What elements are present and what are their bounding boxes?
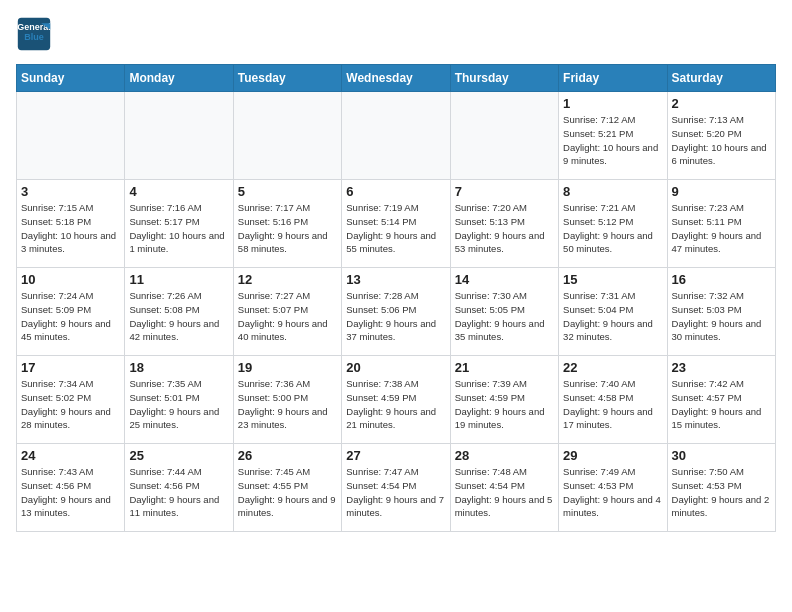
calendar-cell: 18Sunrise: 7:35 AM Sunset: 5:01 PM Dayli… xyxy=(125,356,233,444)
day-number: 27 xyxy=(346,448,445,463)
day-info: Sunrise: 7:17 AM Sunset: 5:16 PM Dayligh… xyxy=(238,201,337,256)
day-number: 19 xyxy=(238,360,337,375)
day-info: Sunrise: 7:48 AM Sunset: 4:54 PM Dayligh… xyxy=(455,465,554,520)
week-row-4: 17Sunrise: 7:34 AM Sunset: 5:02 PM Dayli… xyxy=(17,356,776,444)
calendar-cell: 19Sunrise: 7:36 AM Sunset: 5:00 PM Dayli… xyxy=(233,356,341,444)
calendar-table: SundayMondayTuesdayWednesdayThursdayFrid… xyxy=(16,64,776,532)
calendar-cell: 16Sunrise: 7:32 AM Sunset: 5:03 PM Dayli… xyxy=(667,268,775,356)
day-number: 13 xyxy=(346,272,445,287)
day-info: Sunrise: 7:12 AM Sunset: 5:21 PM Dayligh… xyxy=(563,113,662,168)
logo-icon: General Blue xyxy=(16,16,52,52)
day-info: Sunrise: 7:28 AM Sunset: 5:06 PM Dayligh… xyxy=(346,289,445,344)
day-number: 11 xyxy=(129,272,228,287)
day-info: Sunrise: 7:42 AM Sunset: 4:57 PM Dayligh… xyxy=(672,377,771,432)
calendar-cell: 4Sunrise: 7:16 AM Sunset: 5:17 PM Daylig… xyxy=(125,180,233,268)
day-number: 8 xyxy=(563,184,662,199)
day-number: 30 xyxy=(672,448,771,463)
day-number: 10 xyxy=(21,272,120,287)
day-info: Sunrise: 7:30 AM Sunset: 5:05 PM Dayligh… xyxy=(455,289,554,344)
day-number: 3 xyxy=(21,184,120,199)
calendar-cell xyxy=(342,92,450,180)
day-info: Sunrise: 7:31 AM Sunset: 5:04 PM Dayligh… xyxy=(563,289,662,344)
calendar-cell: 13Sunrise: 7:28 AM Sunset: 5:06 PM Dayli… xyxy=(342,268,450,356)
svg-text:Blue: Blue xyxy=(24,32,44,42)
day-info: Sunrise: 7:20 AM Sunset: 5:13 PM Dayligh… xyxy=(455,201,554,256)
day-info: Sunrise: 7:44 AM Sunset: 4:56 PM Dayligh… xyxy=(129,465,228,520)
weekday-header-monday: Monday xyxy=(125,65,233,92)
day-info: Sunrise: 7:34 AM Sunset: 5:02 PM Dayligh… xyxy=(21,377,120,432)
day-info: Sunrise: 7:21 AM Sunset: 5:12 PM Dayligh… xyxy=(563,201,662,256)
day-number: 14 xyxy=(455,272,554,287)
calendar-cell: 10Sunrise: 7:24 AM Sunset: 5:09 PM Dayli… xyxy=(17,268,125,356)
day-info: Sunrise: 7:24 AM Sunset: 5:09 PM Dayligh… xyxy=(21,289,120,344)
day-number: 15 xyxy=(563,272,662,287)
calendar-cell: 15Sunrise: 7:31 AM Sunset: 5:04 PM Dayli… xyxy=(559,268,667,356)
calendar-cell: 28Sunrise: 7:48 AM Sunset: 4:54 PM Dayli… xyxy=(450,444,558,532)
day-number: 18 xyxy=(129,360,228,375)
day-info: Sunrise: 7:50 AM Sunset: 4:53 PM Dayligh… xyxy=(672,465,771,520)
calendar-cell xyxy=(450,92,558,180)
day-info: Sunrise: 7:36 AM Sunset: 5:00 PM Dayligh… xyxy=(238,377,337,432)
day-info: Sunrise: 7:32 AM Sunset: 5:03 PM Dayligh… xyxy=(672,289,771,344)
calendar-cell: 26Sunrise: 7:45 AM Sunset: 4:55 PM Dayli… xyxy=(233,444,341,532)
calendar-cell xyxy=(17,92,125,180)
day-number: 1 xyxy=(563,96,662,111)
calendar-cell: 5Sunrise: 7:17 AM Sunset: 5:16 PM Daylig… xyxy=(233,180,341,268)
day-number: 26 xyxy=(238,448,337,463)
day-info: Sunrise: 7:19 AM Sunset: 5:14 PM Dayligh… xyxy=(346,201,445,256)
calendar-cell: 23Sunrise: 7:42 AM Sunset: 4:57 PM Dayli… xyxy=(667,356,775,444)
calendar-cell: 2Sunrise: 7:13 AM Sunset: 5:20 PM Daylig… xyxy=(667,92,775,180)
calendar-cell: 8Sunrise: 7:21 AM Sunset: 5:12 PM Daylig… xyxy=(559,180,667,268)
calendar-cell: 24Sunrise: 7:43 AM Sunset: 4:56 PM Dayli… xyxy=(17,444,125,532)
logo: General Blue xyxy=(16,16,58,52)
day-info: Sunrise: 7:35 AM Sunset: 5:01 PM Dayligh… xyxy=(129,377,228,432)
calendar-cell: 17Sunrise: 7:34 AM Sunset: 5:02 PM Dayli… xyxy=(17,356,125,444)
day-info: Sunrise: 7:39 AM Sunset: 4:59 PM Dayligh… xyxy=(455,377,554,432)
day-number: 17 xyxy=(21,360,120,375)
calendar-cell: 6Sunrise: 7:19 AM Sunset: 5:14 PM Daylig… xyxy=(342,180,450,268)
calendar-cell: 27Sunrise: 7:47 AM Sunset: 4:54 PM Dayli… xyxy=(342,444,450,532)
calendar-cell: 11Sunrise: 7:26 AM Sunset: 5:08 PM Dayli… xyxy=(125,268,233,356)
day-info: Sunrise: 7:45 AM Sunset: 4:55 PM Dayligh… xyxy=(238,465,337,520)
day-number: 23 xyxy=(672,360,771,375)
calendar-cell xyxy=(233,92,341,180)
day-info: Sunrise: 7:13 AM Sunset: 5:20 PM Dayligh… xyxy=(672,113,771,168)
day-number: 25 xyxy=(129,448,228,463)
calendar-cell: 3Sunrise: 7:15 AM Sunset: 5:18 PM Daylig… xyxy=(17,180,125,268)
day-info: Sunrise: 7:47 AM Sunset: 4:54 PM Dayligh… xyxy=(346,465,445,520)
calendar-cell: 14Sunrise: 7:30 AM Sunset: 5:05 PM Dayli… xyxy=(450,268,558,356)
weekday-header-saturday: Saturday xyxy=(667,65,775,92)
day-number: 6 xyxy=(346,184,445,199)
calendar-cell: 1Sunrise: 7:12 AM Sunset: 5:21 PM Daylig… xyxy=(559,92,667,180)
day-number: 20 xyxy=(346,360,445,375)
day-number: 5 xyxy=(238,184,337,199)
day-info: Sunrise: 7:15 AM Sunset: 5:18 PM Dayligh… xyxy=(21,201,120,256)
day-info: Sunrise: 7:23 AM Sunset: 5:11 PM Dayligh… xyxy=(672,201,771,256)
weekday-header-tuesday: Tuesday xyxy=(233,65,341,92)
calendar-cell: 29Sunrise: 7:49 AM Sunset: 4:53 PM Dayli… xyxy=(559,444,667,532)
calendar-cell xyxy=(125,92,233,180)
day-info: Sunrise: 7:40 AM Sunset: 4:58 PM Dayligh… xyxy=(563,377,662,432)
calendar-cell: 9Sunrise: 7:23 AM Sunset: 5:11 PM Daylig… xyxy=(667,180,775,268)
week-row-2: 3Sunrise: 7:15 AM Sunset: 5:18 PM Daylig… xyxy=(17,180,776,268)
day-info: Sunrise: 7:16 AM Sunset: 5:17 PM Dayligh… xyxy=(129,201,228,256)
day-number: 9 xyxy=(672,184,771,199)
day-number: 21 xyxy=(455,360,554,375)
day-number: 28 xyxy=(455,448,554,463)
day-info: Sunrise: 7:49 AM Sunset: 4:53 PM Dayligh… xyxy=(563,465,662,520)
weekday-header-thursday: Thursday xyxy=(450,65,558,92)
day-number: 29 xyxy=(563,448,662,463)
week-row-1: 1Sunrise: 7:12 AM Sunset: 5:21 PM Daylig… xyxy=(17,92,776,180)
day-info: Sunrise: 7:43 AM Sunset: 4:56 PM Dayligh… xyxy=(21,465,120,520)
weekday-header-sunday: Sunday xyxy=(17,65,125,92)
calendar-cell: 21Sunrise: 7:39 AM Sunset: 4:59 PM Dayli… xyxy=(450,356,558,444)
day-number: 22 xyxy=(563,360,662,375)
calendar-cell: 7Sunrise: 7:20 AM Sunset: 5:13 PM Daylig… xyxy=(450,180,558,268)
calendar-cell: 30Sunrise: 7:50 AM Sunset: 4:53 PM Dayli… xyxy=(667,444,775,532)
day-number: 12 xyxy=(238,272,337,287)
weekday-header-wednesday: Wednesday xyxy=(342,65,450,92)
weekday-header-row: SundayMondayTuesdayWednesdayThursdayFrid… xyxy=(17,65,776,92)
calendar-cell: 20Sunrise: 7:38 AM Sunset: 4:59 PM Dayli… xyxy=(342,356,450,444)
calendar-cell: 25Sunrise: 7:44 AM Sunset: 4:56 PM Dayli… xyxy=(125,444,233,532)
day-info: Sunrise: 7:26 AM Sunset: 5:08 PM Dayligh… xyxy=(129,289,228,344)
